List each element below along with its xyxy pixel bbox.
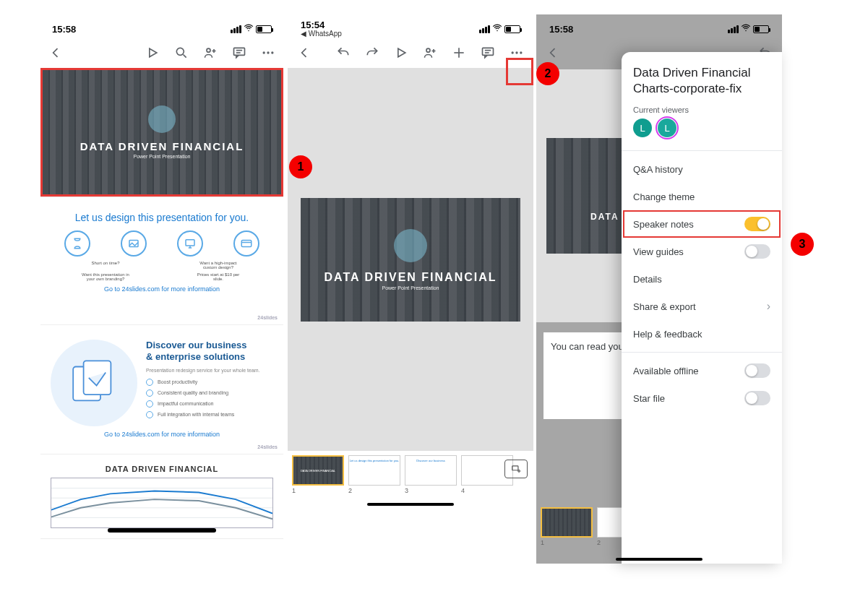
view-guides-toggle[interactable] [744,244,770,259]
slide2-brand: 24slides [257,315,278,320]
svg-point-12 [271,51,273,53]
add-button[interactable] [450,43,468,62]
search-button[interactable] [172,43,191,62]
slide2-icon-row [49,230,275,257]
horizontal-scroll-indicator [108,528,216,533]
share-person-button[interactable] [421,43,439,62]
share-person-button[interactable] [201,43,220,62]
menu-qa-history[interactable]: Q&A history [633,155,770,183]
status-bar: 15:54 ◀ WhatsApp [288,20,533,38]
avatar[interactable]: L [658,118,676,137]
star-toggle[interactable] [744,391,770,405]
svg-point-10 [263,51,265,53]
menu-help-feedback[interactable]: Help & feedback [633,320,770,348]
menu-star-file[interactable]: Star file [633,384,770,412]
thumb-3[interactable]: Discover our business 3 [405,455,457,494]
back-button[interactable] [295,43,314,62]
slide3-heading: Discover our business& enterprise soluti… [146,340,273,363]
svg-rect-38 [512,466,518,470]
more-button[interactable] [259,43,278,62]
svg-line-3 [184,55,186,58]
thumb-2[interactable]: Let us design this presentation for you.… [348,455,400,494]
play-button[interactable] [392,43,411,62]
menu-view-guides[interactable]: View guides [633,238,770,265]
slide3-brand: 24slides [257,444,278,449]
divider [622,150,782,151]
thumbnail-strip[interactable]: DATA DRIVEN FINANCIAL 1 Let us design th… [288,451,533,499]
slide3-sub: Presentation redesign service for your w… [146,368,273,373]
back-button[interactable] [46,43,65,62]
offline-toggle[interactable] [744,363,770,378]
svg-point-36 [515,51,517,53]
slide2-captions2: Want this presentation in your own brand… [49,272,275,281]
logo-circle-icon [148,105,176,133]
status-indicators [728,23,769,35]
hourglass-icon [64,230,90,257]
toolbar [39,38,285,68]
annotation-badge-1: 1 [289,155,312,178]
annotation-highlight-more-button [506,58,533,85]
divider [622,352,782,353]
slide-subtitle: Power Point Presentation [382,285,439,290]
signal-icon [479,25,490,33]
menu-details[interactable]: Details [633,265,770,293]
comment-button[interactable] [478,43,497,62]
add-slide-button[interactable] [504,460,528,478]
svg-point-4 [207,48,210,52]
current-slide[interactable]: DATA DRIVEN FINANCIAL Power Point Presen… [301,198,520,322]
svg-point-25 [497,30,498,31]
app-back-link[interactable]: ◀ WhatsApp [301,30,342,38]
slide-card-4[interactable]: DATA DRIVEN FINANCIAL [40,459,283,539]
slides-list[interactable]: DATA DRIVEN FINANCIAL Power Point Presen… [39,68,285,539]
slide-editor[interactable]: DATA DRIVEN FINANCIAL Power Point Presen… [288,68,533,451]
menu-speaker-notes[interactable]: Speaker notes [623,210,781,238]
slide3-bullets: Boost productivity Consistent quality an… [146,379,273,418]
credit-icon [233,230,259,257]
viewers-label: Current viewers [633,105,770,114]
overflow-menu-panel: Data Driven Financial Charts-corporate-f… [622,52,782,564]
svg-marker-26 [398,48,405,57]
slide-card-3[interactable]: Discover our business& enterprise soluti… [40,329,283,454]
slide2-footer: Go to 24slides.com for more information [49,285,275,293]
back-button[interactable] [543,43,562,62]
svg-marker-1 [150,48,157,57]
menu-available-offline[interactable]: Available offline [633,357,770,384]
redo-button[interactable] [363,43,382,62]
status-indicators [231,23,272,35]
play-button[interactable] [143,43,162,62]
thumb-1[interactable]: DATA DRIVEN FINANCIAL 1 [292,455,344,494]
menu-share-export[interactable]: Share & export› [633,293,770,320]
speaker-notes-toggle[interactable] [744,217,770,231]
slide-card-1[interactable]: DATA DRIVEN FINANCIAL Power Point Presen… [40,68,283,197]
chevron-right-icon: › [767,300,770,313]
slide3-footer: Go to 24slides.com for more information [40,431,283,438]
battery-icon [753,25,769,33]
svg-point-2 [176,48,184,55]
slide1-title: DATA DRIVEN FINANCIAL [80,140,244,152]
status-indicators [479,23,520,35]
viewers-list: L L [633,118,770,137]
wifi-icon [492,23,502,35]
svg-point-0 [248,30,249,31]
avatar[interactable]: L [633,118,652,137]
wifi-icon [244,23,254,35]
svg-rect-17 [241,241,252,247]
svg-rect-14 [186,240,194,246]
comment-button[interactable] [230,43,249,62]
annotation-badge-2: 2 [536,62,559,85]
home-indicator [616,558,702,561]
wifi-icon [741,23,751,35]
documents-illustration-icon [51,340,137,426]
undo-button[interactable] [334,43,353,62]
menu-change-theme[interactable]: Change theme [633,183,770,210]
home-indicator [367,503,454,506]
thumb-1[interactable]: 1 [541,507,593,546]
svg-point-27 [426,48,430,52]
signal-icon [728,25,739,33]
phone-screenshot-3: 15:58 DATA DRIVEN FINANCIAL You can read… [536,14,782,564]
slide-title: DATA DRIVEN FINANCIAL [324,271,497,284]
slide1-subtitle: Power Point Presentation [134,154,191,159]
svg-point-11 [267,51,269,53]
svg-rect-7 [234,48,245,55]
slide-card-2[interactable]: Let us design this presentation for you.… [40,202,283,325]
